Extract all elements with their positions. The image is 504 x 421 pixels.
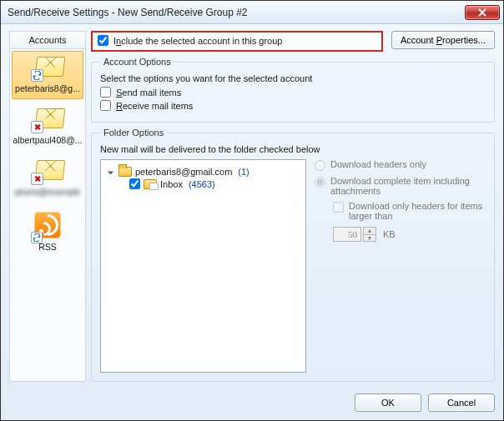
- tree-root-label: peterbaris8@gmail.com: [135, 167, 232, 177]
- inbox-checkbox[interactable]: [129, 178, 140, 189]
- cancel-button[interactable]: Cancel: [428, 393, 495, 412]
- error-badge-icon: ✖: [31, 121, 43, 133]
- top-row: Include the selected account in this gro…: [91, 31, 495, 52]
- title-bar: Send/Receive Settings - New Send/Receive…: [1, 1, 503, 24]
- account-label: peterbaris8@g...: [15, 83, 80, 93]
- account-item[interactable]: ✖ albertpaul408@...: [12, 103, 83, 151]
- folder-options-hint: New mail will be delivered to the folder…: [100, 144, 486, 154]
- folder-options-group: Folder Options New mail will be delivere…: [91, 128, 495, 382]
- send-mail-checkbox[interactable]: Send mail items: [100, 87, 486, 98]
- spinner-down-icon[interactable]: ▼: [364, 234, 375, 241]
- receive-mail-input[interactable]: [100, 100, 111, 111]
- download-larger-input[interactable]: [333, 202, 344, 213]
- send-mail-input[interactable]: [100, 87, 111, 98]
- download-complete-radio[interactable]: Download complete item including attachm…: [315, 176, 486, 196]
- account-options-group: Account Options Select the options you w…: [91, 57, 495, 123]
- dialog-window: Send/Receive Settings - New Send/Receive…: [0, 0, 504, 421]
- settings-panel: Include the selected account in this gro…: [91, 31, 495, 382]
- receive-mail-checkbox[interactable]: Receive mail items: [100, 100, 486, 111]
- collapse-icon[interactable]: [106, 168, 115, 177]
- download-larger-checkbox[interactable]: Download only headers for items larger t…: [333, 201, 486, 221]
- close-button[interactable]: [465, 5, 500, 20]
- inbox-count: (4563): [189, 179, 215, 189]
- download-options: Download headers only Download complete …: [315, 159, 486, 373]
- include-account-input[interactable]: [98, 35, 108, 46]
- inbox-folder-icon: [144, 179, 157, 189]
- envelope-icon: ✖: [31, 160, 64, 185]
- tree-root[interactable]: peterbaris8@gmail.com (1): [106, 167, 300, 177]
- account-properties-button[interactable]: Account Properties...: [391, 31, 495, 49]
- folder-options-legend: Folder Options: [100, 128, 167, 138]
- download-headers-input[interactable]: [315, 160, 325, 171]
- ok-button[interactable]: OK: [355, 393, 421, 412]
- download-headers-label: Download headers only: [330, 159, 426, 169]
- tree-inbox[interactable]: Inbox (4563): [129, 178, 300, 189]
- envelope-icon: [31, 57, 64, 82]
- window-title: Send/Receive Settings - New Send/Receive…: [8, 7, 465, 18]
- size-spinner: ▲ ▼ KB: [333, 226, 486, 242]
- spinner-buttons[interactable]: ▲ ▼: [363, 227, 376, 242]
- account-options-hint: Select the options you want for the sele…: [100, 73, 486, 83]
- tree-root-count: (1): [238, 167, 249, 177]
- folder-open-icon: [118, 167, 132, 177]
- close-icon: [478, 8, 486, 17]
- error-badge-icon: ✖: [31, 173, 43, 185]
- rss-icon: [34, 212, 61, 240]
- dialog-footer: OK Cancel: [1, 388, 503, 420]
- accounts-header: Accounts: [10, 32, 85, 49]
- download-complete-input[interactable]: [315, 177, 325, 188]
- download-complete-label: Download complete item including attachm…: [330, 176, 486, 196]
- account-item[interactable]: peterbaris8@g...: [12, 51, 83, 99]
- receive-mail-label: Receive mail items: [116, 101, 193, 111]
- account-item[interactable]: ✖ pbaris@example: [12, 154, 83, 203]
- include-account-label: Include the selected account in this gro…: [113, 36, 282, 46]
- envelope-icon: ✖: [31, 108, 64, 133]
- account-options-legend: Account Options: [100, 57, 174, 67]
- inbox-label: Inbox: [160, 179, 183, 189]
- download-larger-label: Download only headers for items larger t…: [349, 201, 486, 221]
- size-unit-label: KB: [383, 229, 396, 239]
- send-mail-label: Send mail items: [116, 88, 181, 98]
- size-value-input[interactable]: [333, 227, 361, 242]
- dialog-body: Accounts peterbaris8@g... ✖ albertpaul40…: [1, 24, 503, 388]
- account-label: pbaris@example: [15, 187, 81, 197]
- include-account-checkbox[interactable]: Include the selected account in this gro…: [91, 31, 383, 52]
- account-label: albertpaul408@...: [13, 135, 82, 145]
- sync-badge-icon: [31, 69, 43, 82]
- spinner-up-icon[interactable]: ▲: [364, 228, 375, 234]
- account-item-rss[interactable]: RSS: [12, 206, 83, 258]
- download-headers-radio[interactable]: Download headers only: [315, 159, 486, 171]
- accounts-panel: Accounts peterbaris8@g... ✖ albertpaul40…: [9, 31, 86, 382]
- folder-tree[interactable]: peterbaris8@gmail.com (1) Inbox (4563): [100, 159, 306, 373]
